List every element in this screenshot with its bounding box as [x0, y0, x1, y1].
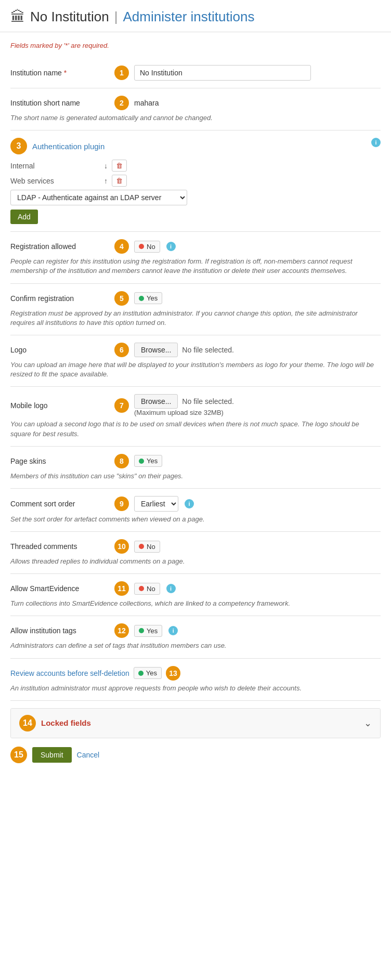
submit-button[interactable]: Submit: [32, 747, 72, 763]
step-badge-5: 5: [114, 291, 129, 306]
threaded-comments-help: Allows threaded replies to individual co…: [10, 557, 381, 566]
smart-evidence-help: Turn collections into SmartEvidence coll…: [10, 599, 381, 608]
registration-allowed-value: No: [147, 243, 155, 251]
required-note: Fields marked by '*' are required.: [10, 42, 381, 49]
mobile-logo-max-size: (Maximum upload size 32MB): [134, 409, 234, 416]
locked-fields-header[interactable]: 14 Locked fields ⌄: [11, 709, 380, 738]
step-badge-1: 1: [114, 66, 129, 80]
step-badge-12: 12: [114, 623, 129, 638]
step-badge-6: 6: [114, 343, 129, 357]
auth-arrow-up: ↑: [104, 177, 108, 185]
smart-evidence-value: No: [147, 585, 155, 593]
mobile-logo-help: You can upload a second logo that is to …: [10, 420, 381, 438]
institution-tags-dot: [139, 628, 144, 633]
smart-evidence-label: Allow SmartEvidence: [10, 584, 114, 593]
mobile-logo-row: Mobile logo 7 Browse... No file selected…: [10, 387, 381, 446]
step-badge-8: 8: [114, 454, 129, 468]
institution-tags-label: Allow institution tags: [10, 626, 114, 635]
step-badge-15: 15: [10, 747, 27, 763]
locked-header-left: 14 Locked fields: [19, 715, 91, 731]
threaded-comments-value: No: [147, 543, 155, 551]
institution-short-name-row: Institution short name 2 mahara The shor…: [10, 88, 381, 130]
auth-plugin-dropdown[interactable]: LDAP - Authenticate against an LDAP serv…: [10, 190, 187, 205]
smart-evidence-info-icon[interactable]: i: [166, 584, 176, 593]
registration-info-icon[interactable]: i: [166, 242, 176, 251]
auth-plugin-internal: Internal ↓ 🗑: [10, 160, 381, 172]
confirm-registration-value: Yes: [147, 294, 158, 302]
page-skins-help: Members of this institution can use "ski…: [10, 472, 381, 481]
authentication-plugin-row: 3 Authentication plugin Internal ↓ 🗑 Web…: [10, 130, 381, 232]
logo-label: Logo: [10, 346, 114, 354]
confirm-registration-help: Registration must be approved by an inst…: [10, 309, 381, 328]
comment-sort-order-select[interactable]: Earliest Latest: [134, 496, 178, 512]
page-skins-row: Page skins 8 Yes Members of this institu…: [10, 447, 381, 489]
page-header: 🏛 No Institution | Administer institutio…: [0, 0, 391, 32]
comment-sort-order-row: Comment sort order 9 Earliest Latest i S…: [10, 489, 381, 532]
step-badge-7: 7: [114, 398, 129, 413]
cancel-link[interactable]: Cancel: [77, 751, 100, 759]
confirm-registration-label: Confirm registration: [10, 294, 114, 303]
mobile-logo-browse-button[interactable]: Browse...: [134, 394, 178, 409]
auth-plugin-webservices: Web services ↑ 🗑: [10, 175, 381, 187]
short-name-help: The short name is generated automaticall…: [10, 113, 381, 123]
comment-sort-order-label: Comment sort order: [10, 500, 114, 508]
page-skins-dot: [139, 459, 144, 464]
sort-order-info-icon[interactable]: i: [185, 499, 194, 508]
review-accounts-value: Yes: [146, 669, 157, 677]
step-badge-9: 9: [114, 496, 129, 511]
logo-browse-button[interactable]: Browse...: [134, 343, 178, 357]
auth-add-button[interactable]: Add: [10, 210, 38, 224]
threaded-comments-row: Threaded comments 10 No Allows threaded …: [10, 532, 381, 574]
institution-short-name-label: Institution short name: [10, 99, 114, 107]
institution-name-input[interactable]: [134, 65, 311, 81]
review-accounts-dot: [138, 671, 144, 676]
confirm-registration-row: Confirm registration 5 Yes Registration …: [10, 284, 381, 335]
threaded-comments-dot: [139, 544, 144, 549]
registration-allowed-toggle[interactable]: No: [134, 241, 160, 253]
threaded-comments-toggle[interactable]: No: [134, 541, 160, 553]
step-badge-2: 2: [114, 96, 129, 110]
institution-tags-info-icon[interactable]: i: [168, 626, 178, 635]
registration-allowed-row: Registration allowed 4 No i People can r…: [10, 232, 381, 283]
page-skins-toggle[interactable]: Yes: [134, 455, 162, 467]
locked-fields-section: 14 Locked fields ⌄: [10, 708, 381, 738]
smart-evidence-row: Allow SmartEvidence 11 No i Turn collect…: [10, 574, 381, 616]
locked-fields-title: Locked fields: [41, 718, 91, 727]
step-badge-11: 11: [114, 581, 129, 596]
registration-allowed-help: People can register for this institution…: [10, 257, 381, 276]
logo-help: You can upload an image here that will b…: [10, 360, 381, 379]
auth-plugin-title: Authentication plugin: [32, 142, 105, 151]
auth-plugin-webservices-name: Web services: [10, 177, 104, 185]
step-badge-4: 4: [114, 239, 129, 254]
step-badge-14: 14: [19, 715, 36, 731]
form-container: Fields marked by '*' are required. Insti…: [0, 32, 391, 778]
step-badge-10: 10: [114, 539, 129, 554]
institution-tags-row: Allow institution tags 12 Yes i Administ…: [10, 616, 381, 658]
smart-evidence-toggle[interactable]: No: [134, 583, 160, 595]
review-accounts-label: Review accounts before self-deletion: [10, 669, 129, 677]
institution-tags-value: Yes: [147, 627, 158, 635]
logo-no-file: No file selected.: [182, 346, 234, 354]
threaded-comments-label: Threaded comments: [10, 542, 114, 551]
step-badge-13: 13: [166, 666, 180, 681]
comment-sort-order-help: Set the sort order for artefact comments…: [10, 515, 381, 524]
admin-institutions-link[interactable]: Administer institutions: [123, 9, 255, 25]
page-skins-value: Yes: [147, 457, 158, 465]
auth-webservices-delete-button[interactable]: 🗑: [112, 175, 127, 187]
institution-name-label: Institution name *: [10, 69, 114, 77]
auth-internal-delete-button[interactable]: 🗑: [112, 160, 127, 172]
institution-name-heading: No Institution: [30, 9, 109, 25]
smart-evidence-dot: [139, 586, 144, 591]
review-accounts-toggle[interactable]: Yes: [134, 667, 162, 679]
auth-plugin-internal-name: Internal: [10, 162, 104, 170]
header-separator: |: [114, 9, 118, 25]
institution-tags-toggle[interactable]: Yes: [134, 625, 162, 637]
institution-short-name-value: mahara: [134, 99, 159, 107]
registration-allowed-label: Registration allowed: [10, 242, 114, 251]
logo-row: Logo 6 Browse... No file selected. You c…: [10, 335, 381, 387]
institution-tags-help: Administrators can define a set of tags …: [10, 641, 381, 650]
confirm-registration-toggle[interactable]: Yes: [134, 292, 162, 304]
locked-fields-chevron-icon: ⌄: [364, 717, 372, 729]
mobile-logo-label: Mobile logo: [10, 401, 114, 410]
auth-select-row: LDAP - Authenticate against an LDAP serv…: [10, 190, 381, 205]
